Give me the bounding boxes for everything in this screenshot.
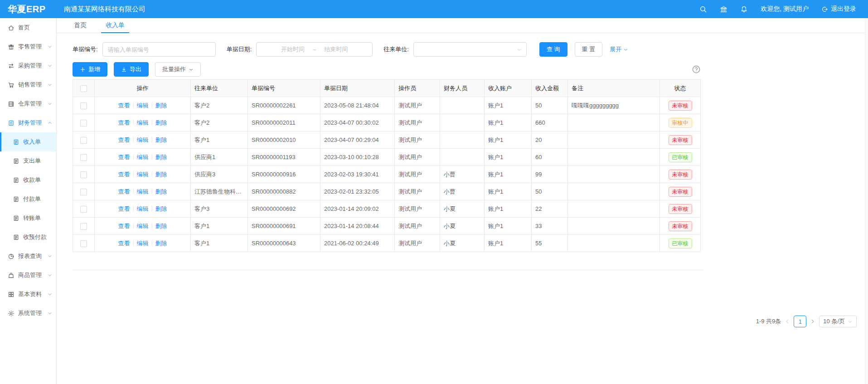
delete-link[interactable]: 删除 xyxy=(155,154,167,160)
table-header-row: 操作往来单位单据编号单据日期操作员财务人员收入账户收入金额备注状态 xyxy=(73,80,701,97)
sidebar-item-payment[interactable]: 付款单 xyxy=(0,190,56,209)
purchase-icon xyxy=(8,63,15,69)
bell-icon[interactable] xyxy=(740,5,748,13)
tab-home[interactable]: 首页 xyxy=(74,18,87,33)
sidebar-item-warehouse[interactable]: 仓库管理 xyxy=(0,94,56,113)
delete-link[interactable]: 删除 xyxy=(155,188,167,195)
chevron-down-icon xyxy=(48,83,52,87)
edit-link[interactable]: 编辑 xyxy=(137,188,149,195)
row-checkbox[interactable] xyxy=(80,171,87,178)
partner-label: 往来单位: xyxy=(383,45,409,53)
add-button[interactable]: 新增 xyxy=(73,62,107,77)
home-icon xyxy=(8,24,15,31)
next-page-button[interactable] xyxy=(810,319,815,324)
row-checkbox[interactable] xyxy=(80,223,87,230)
operator-cell: 测试用户 xyxy=(395,149,440,166)
delete-link[interactable]: 删除 xyxy=(155,119,167,126)
bank-icon[interactable] xyxy=(720,5,727,13)
select-all-checkbox[interactable] xyxy=(80,85,87,92)
delete-link[interactable]: 删除 xyxy=(155,223,167,229)
edit-link[interactable]: 编辑 xyxy=(137,171,149,178)
sidebar-item-goods[interactable]: 商品管理 xyxy=(0,266,56,285)
partner-select[interactable] xyxy=(413,42,527,57)
sidebar-item-home[interactable]: 首页 xyxy=(0,18,56,37)
row-checkbox[interactable] xyxy=(80,206,87,213)
row-checkbox[interactable] xyxy=(80,120,87,126)
search-icon[interactable] xyxy=(699,5,707,13)
pagination-total: 1-9 共9条 xyxy=(756,317,781,326)
page-number-button[interactable]: 1 xyxy=(794,316,806,327)
row-checkbox[interactable] xyxy=(80,137,87,144)
sidebar-item-finance[interactable]: 财务管理 xyxy=(0,113,56,132)
delete-link[interactable]: 删除 xyxy=(155,205,167,212)
edit-link[interactable]: 编辑 xyxy=(137,119,149,126)
sidebar-item-transfer[interactable]: 转账单 xyxy=(0,209,56,228)
edit-link[interactable]: 编辑 xyxy=(137,240,149,247)
sidebar-item-expense[interactable]: 支出单 xyxy=(0,151,56,170)
actions-cell: 查看编辑删除 xyxy=(95,218,191,235)
vertical-scrollbar[interactable] xyxy=(865,18,868,384)
status-badge: 未审核 xyxy=(669,101,692,111)
welcome-text[interactable]: 欢迎您, 测试用户 xyxy=(761,5,809,13)
delete-link[interactable]: 删除 xyxy=(155,240,167,247)
view-link[interactable]: 查看 xyxy=(118,205,130,212)
sidebar-item-label: 支出单 xyxy=(23,157,41,165)
search-button[interactable]: 查 询 xyxy=(539,42,567,57)
date-cell: 2023-03-10 00:10:28 xyxy=(320,149,395,166)
column-header: 往来单位 xyxy=(191,80,248,97)
view-link[interactable]: 查看 xyxy=(118,136,130,143)
edit-link[interactable]: 编辑 xyxy=(137,205,149,212)
link-divider xyxy=(133,102,134,108)
view-link[interactable]: 查看 xyxy=(118,171,130,178)
edit-link[interactable]: 编辑 xyxy=(137,136,149,143)
batch-button[interactable]: 批量操作 xyxy=(155,62,201,77)
date-cell: 2023-01-14 20:08:44 xyxy=(320,218,395,235)
edit-link[interactable]: 编辑 xyxy=(137,154,149,160)
row-checkbox[interactable] xyxy=(80,102,87,109)
chevron-down-icon xyxy=(48,311,52,316)
date-cell: 2023-02-03 19:30:41 xyxy=(320,166,395,183)
remark-cell xyxy=(568,166,660,183)
delete-link[interactable]: 删除 xyxy=(155,136,167,143)
sidebar-item-income[interactable]: 收入单 xyxy=(0,132,56,151)
sidebar-item-advance[interactable]: 收预付款 xyxy=(0,228,56,247)
finance-cell: 小夏 xyxy=(440,200,485,218)
view-link[interactable]: 查看 xyxy=(118,102,130,109)
chevron-down-icon xyxy=(48,273,52,277)
row-checkbox[interactable] xyxy=(80,189,87,195)
edit-link[interactable]: 编辑 xyxy=(137,223,149,229)
delete-link[interactable]: 删除 xyxy=(155,171,167,178)
sidebar-item-report[interactable]: 报表查询 xyxy=(0,247,56,266)
status-cell: 未审核 xyxy=(660,183,701,200)
bill-no-label: 单据编号: xyxy=(73,45,98,53)
expand-link[interactable]: 展开 xyxy=(610,45,628,53)
chevron-down-icon xyxy=(48,254,52,258)
sidebar-item-retail[interactable]: 零售管理 xyxy=(0,37,56,56)
row-checkbox[interactable] xyxy=(80,154,87,161)
view-link[interactable]: 查看 xyxy=(118,223,130,229)
row-checkbox[interactable] xyxy=(80,240,87,247)
logout-button[interactable]: 退出登录 xyxy=(821,5,856,13)
reset-button[interactable]: 重 置 xyxy=(575,42,603,57)
export-button[interactable]: 导出 xyxy=(114,62,149,77)
help-icon[interactable] xyxy=(692,65,700,73)
prev-page-button[interactable] xyxy=(785,319,790,324)
edit-link[interactable]: 编辑 xyxy=(137,102,149,109)
date-range-input[interactable]: 开始时间 ~ 结束时间 xyxy=(256,42,373,57)
delete-link[interactable]: 删除 xyxy=(155,102,167,109)
bill-no-input[interactable] xyxy=(102,42,216,57)
sidebar-item-receipt[interactable]: 收款单 xyxy=(0,170,56,190)
view-link[interactable]: 查看 xyxy=(118,119,130,126)
report-icon xyxy=(8,253,15,260)
view-link[interactable]: 查看 xyxy=(118,240,130,247)
view-link[interactable]: 查看 xyxy=(118,188,130,195)
partner-cell: 供应商3 xyxy=(191,166,248,183)
view-link[interactable]: 查看 xyxy=(118,154,130,160)
sidebar-item-basic[interactable]: 基本资料 xyxy=(0,285,56,304)
sidebar-item-purchase[interactable]: 采购管理 xyxy=(0,56,56,75)
sidebar-item-sales[interactable]: 销售管理 xyxy=(0,75,56,94)
page-size-select[interactable]: 10 条/页 xyxy=(819,316,857,327)
sidebar-item-system[interactable]: 系统管理 xyxy=(0,304,56,323)
tab-income[interactable]: 收入单 xyxy=(106,18,125,33)
app-logo[interactable]: 华夏ERP xyxy=(0,3,57,15)
